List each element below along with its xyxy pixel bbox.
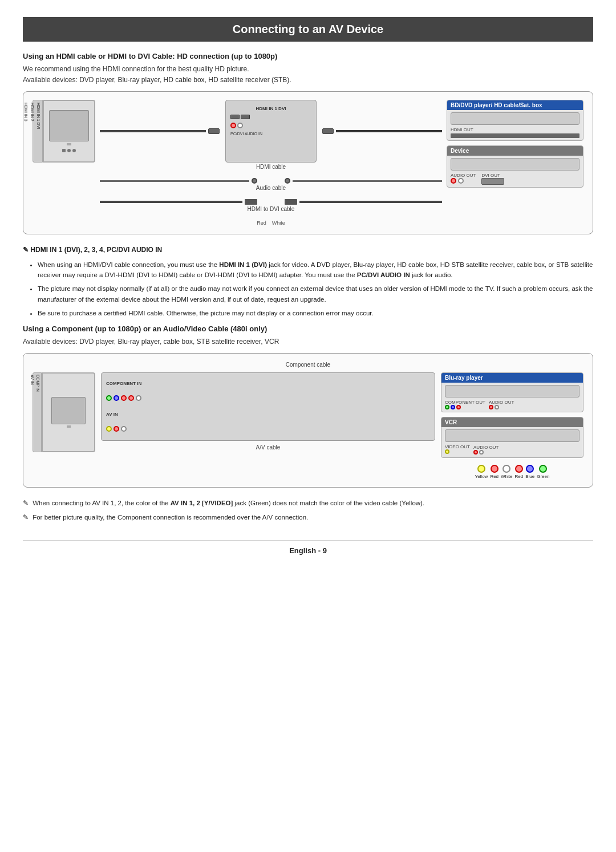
vcr-body: VIDEO OUT AUDIO OUT: [441, 427, 583, 457]
pencil-icon-1: ✎: [23, 498, 29, 509]
hdmi-port: [230, 115, 240, 119]
tv-illustration-1: HDMI IN 1 DVI HDMI IN 2 HDMI IN 3: [33, 100, 95, 226]
hdmi-port: [241, 115, 250, 119]
hdmi-dvi-cable-section: HDMI to DVI cable: [100, 199, 442, 213]
diagram1: HDMI IN 1 DVI HDMI IN 2 HDMI IN 3: [23, 91, 593, 234]
bddvd-player-body: HDMI OUT: [447, 110, 583, 140]
bluray-out-ports: COMPONENT OUT AUDIO OUT: [445, 400, 579, 409]
device-box: Device AUDIO OUT: [447, 145, 583, 188]
device-title: Device: [447, 146, 583, 156]
section1-desc-line1: We recommend using the HDMI connection f…: [23, 65, 249, 73]
hdmi-dvi-cable-label: HDMI to DVI cable: [100, 206, 442, 212]
comp-audio-l: [136, 395, 141, 401]
section2-desc: Available devices: DVD player, Blu-ray p…: [23, 336, 593, 347]
audio-out-l: [495, 405, 499, 409]
note1-item1: When using an HDMI/DVI cable connection,…: [38, 259, 593, 281]
device-visual: [451, 158, 579, 171]
red-connector-2: [515, 465, 523, 473]
bluray-audio-out: AUDIO OUT: [489, 400, 514, 409]
rca-color-labels: Red White: [100, 220, 442, 226]
tv-body-1: [43, 100, 95, 163]
red-connector-1: [491, 465, 499, 473]
hdmi-cable-section: HDMI IN 1 DVI PC/DVI AUDIO IN: [100, 100, 442, 171]
note1-item2: The picture may not display normally (if…: [38, 283, 593, 305]
connector-red1: Red: [490, 465, 499, 479]
section1-desc-line2: Available devices: DVD player, Blu-ray p…: [23, 76, 291, 84]
hdmi-dvi-cable-line: [100, 201, 242, 203]
vcr-out-ports: VIDEO OUT AUDIO OUT: [445, 444, 579, 455]
hdmi-out-port: [451, 133, 579, 138]
rca-ports-row: [230, 123, 243, 128]
connector-green: Green: [537, 465, 549, 479]
diagram1-right: BD/DVD player/ HD cable/Sat. box HDMI OU…: [447, 100, 583, 226]
red-label: Red: [257, 220, 266, 226]
connector-white: White: [501, 465, 512, 479]
comp-audio-r: [128, 395, 134, 401]
av-ports-row: [106, 426, 430, 432]
vcr-visual: [445, 429, 579, 442]
rca-red-port: [230, 123, 236, 128]
hdmi-label-3: HDMI IN 3: [24, 103, 28, 160]
footer-text: English - 9: [289, 546, 327, 555]
comp-out-y: [445, 405, 449, 409]
vcr-audio-label: AUDIO OUT: [473, 445, 499, 450]
blue-label: Blue: [525, 474, 534, 479]
dvi-out-section: DVI OUT: [481, 173, 504, 185]
connector-dot: [72, 149, 76, 152]
tv-screen-2: [51, 397, 86, 424]
av-port-audio-r: [114, 426, 119, 432]
panel-ports-row: [230, 115, 250, 119]
connector-dot: [67, 149, 71, 152]
section1-heading: Using an HDMI cable or HDMI to DVI Cable…: [23, 52, 593, 60]
vcr-title: VCR: [441, 417, 583, 427]
bluray-body: COMPONENT OUT AUDIO OUT: [441, 383, 583, 412]
notes1-list: When using an HDMI/DVI cable connection,…: [23, 259, 593, 319]
bluray-title: Blu-ray player: [441, 373, 583, 383]
component-in-label: COMP IN: [36, 375, 40, 450]
white-label: White: [272, 220, 285, 226]
audio-connector-left: [252, 178, 257, 184]
hdmi-connector-right: [322, 128, 334, 134]
note2-item1: ✎ When connecting to AV IN 1, 2, the col…: [23, 498, 593, 509]
yellow-connector: [477, 465, 485, 473]
connector-dot: [62, 149, 66, 152]
hdmi-dvi-connector-right: [285, 199, 297, 205]
bluray-audio-label: AUDIO OUT: [489, 400, 514, 405]
footer: English - 9: [23, 540, 593, 555]
connector-yellow: Yellow: [475, 465, 488, 479]
comp-out-pb: [451, 405, 455, 409]
device-body: AUDIO OUT DVI OUT: [447, 156, 583, 187]
audio-cable-row: [100, 178, 442, 184]
section1-desc: We recommend using the HDMI connection f…: [23, 64, 593, 86]
audio-out-red: [451, 178, 456, 184]
tv-connector-dots: [62, 149, 76, 152]
connector-red2: Red: [515, 465, 524, 479]
color-connectors-bottom: Yellow Red White Red: [441, 465, 583, 479]
vcr-audio-r: [473, 450, 478, 455]
audio-out-section: AUDIO OUT: [451, 173, 476, 185]
tv-side-panel: HDMI IN 1 DVI HDMI IN 2 HDMI IN 3: [33, 100, 43, 163]
diagram1-middle: HDMI IN 1 DVI PC/DVI AUDIO IN: [95, 100, 447, 226]
white-connector: [502, 465, 510, 473]
vcr-video-out: VIDEO OUT: [445, 444, 470, 455]
page-title: Connecting to an AV Device: [23, 17, 593, 42]
audio-cable-line-right: [293, 180, 442, 182]
hdmi-cable-line: [100, 130, 206, 132]
bluray-audio-ports: [489, 405, 514, 409]
tv-body-2: [42, 372, 95, 452]
bluray-comp-out-label: COMPONENT OUT: [445, 400, 485, 405]
audio-cable-line: [100, 180, 249, 182]
tv-screen-1: [49, 110, 89, 141]
note2-item2-text: For better picture quality, the Componen…: [33, 514, 308, 521]
vcr-audio-l: [479, 450, 484, 455]
hdmi-label-1: HDMI IN 1 DVI: [37, 103, 40, 160]
pc-dvi-audio-bold: PC/DVI AUDIO IN: [357, 271, 410, 278]
component-cable-label: Component cable: [33, 362, 583, 368]
vcr-video-port: [445, 449, 449, 454]
device-outputs: AUDIO OUT DVI OUT: [451, 173, 579, 185]
pencil-icon-2: ✎: [23, 512, 29, 523]
notes1-heading: ✎ HDMI IN 1 (DVI), 2, 3, 4, PC/DVI AUDIO…: [23, 245, 593, 255]
diagram1-layout: HDMI IN 1 DVI HDMI IN 2 HDMI IN 3: [33, 100, 583, 226]
hdmi-cable-label: HDMI cable: [100, 164, 442, 170]
section2: Using a Component (up to 1080p) or an Au…: [23, 324, 593, 524]
